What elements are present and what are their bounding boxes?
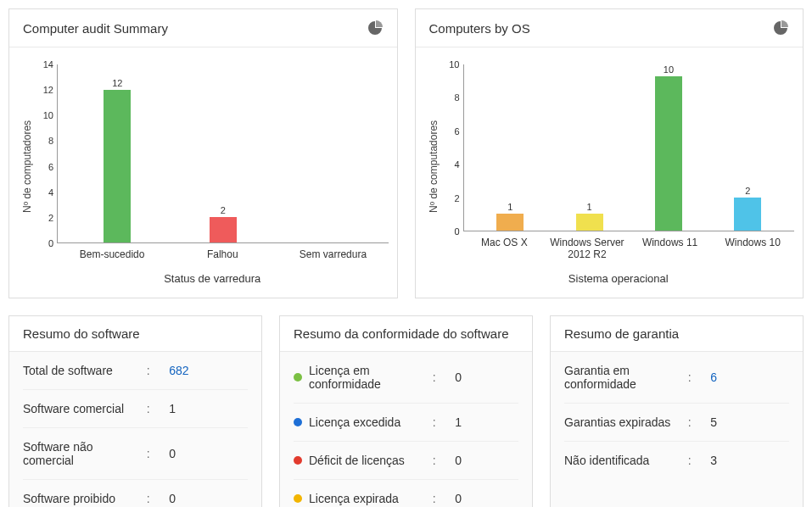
pie-chart-icon[interactable] <box>772 20 789 36</box>
summary-value[interactable]: 6 <box>710 370 778 384</box>
summary-label: Déficit de licenças <box>309 454 433 467</box>
status-dot-icon <box>294 418 302 426</box>
summary-row: Déficit de licenças:0 <box>294 442 518 480</box>
bar-group[interactable]: 10 <box>629 64 708 231</box>
compliance-summary-items: Licença em conformidade:0Licença excedid… <box>280 352 532 507</box>
bar-group[interactable]: 1 <box>471 64 550 231</box>
software-summary-items: Total de software:682Software comercial:… <box>9 352 261 507</box>
audit-chart-title: Computer audit Summary <box>23 21 168 36</box>
summary-value[interactable]: 0 <box>455 370 523 384</box>
bar-group[interactable]: 2 <box>708 64 787 231</box>
os-bars-region: 11102 <box>463 64 795 231</box>
summary-label: Licença expirada <box>309 492 433 505</box>
bar[interactable] <box>210 217 237 242</box>
summary-value[interactable]: 3 <box>710 454 778 467</box>
y-tick: 12 <box>43 85 53 95</box>
summary-value[interactable]: 1 <box>455 415 523 429</box>
summary-label: Garantias expiradas <box>564 415 688 429</box>
colon: : <box>147 402 170 415</box>
pie-chart-icon[interactable] <box>367 20 384 36</box>
audit-y-axis-label: Nº de computadores <box>18 47 36 285</box>
summary-label: Não identificada <box>564 454 688 467</box>
y-tick: 4 <box>48 187 53 198</box>
bar-group[interactable]: 2 <box>171 64 277 242</box>
bar-group[interactable] <box>276 64 382 242</box>
status-dot-icon <box>294 494 302 503</box>
y-tick: 10 <box>449 59 459 70</box>
audit-bars-region: 122 <box>57 64 389 243</box>
bar[interactable] <box>576 214 603 231</box>
summary-row: Software proibido:0 <box>23 480 248 507</box>
colon: : <box>147 447 170 460</box>
y-tick: 0 <box>48 238 53 248</box>
compliance-summary-card: Resumo da conformidade do software Licen… <box>279 315 533 507</box>
summary-label: Garantia em conformidade <box>564 364 688 391</box>
summary-label: Software proibido <box>23 492 147 505</box>
summary-value[interactable]: 0 <box>169 492 237 505</box>
y-tick: 2 <box>454 193 459 203</box>
category-label: Windows 11 <box>629 231 712 260</box>
os-y-ticks: 0246810 <box>443 64 463 231</box>
summary-label: Software comercial <box>23 402 147 415</box>
category-label: Windows 10 <box>711 231 794 260</box>
colon: : <box>433 492 456 505</box>
summary-label: Licença excedida <box>309 415 433 429</box>
colon: : <box>433 415 456 429</box>
y-tick: 6 <box>48 162 53 172</box>
summary-value[interactable]: 0 <box>455 454 523 467</box>
bar-value-label: 2 <box>745 186 750 196</box>
bar-value-label: 2 <box>221 205 226 215</box>
category-label: Windows Server 2012 R2 <box>546 231 629 260</box>
summary-row: Software comercial:1 <box>23 390 248 428</box>
category-label: Bem-sucedido <box>57 243 167 260</box>
colon: : <box>688 454 711 467</box>
summary-row: Garantia em conformidade:6 <box>564 352 789 404</box>
summary-value[interactable]: 682 <box>169 364 237 377</box>
bar[interactable] <box>104 90 131 242</box>
y-tick: 6 <box>454 126 459 136</box>
colon: : <box>688 370 711 384</box>
status-dot-icon <box>294 373 302 382</box>
y-tick: 0 <box>454 226 459 237</box>
y-tick: 8 <box>48 136 53 146</box>
summary-label: Total de software <box>23 364 147 377</box>
warranty-summary-title: Resumo de garantia <box>551 316 803 352</box>
warranty-summary-card: Resumo de garantia Garantia em conformid… <box>550 315 804 507</box>
bar[interactable] <box>734 198 761 231</box>
audit-y-ticks: 02468101214 <box>36 64 57 243</box>
bar[interactable] <box>655 76 682 231</box>
bar[interactable] <box>496 214 524 231</box>
y-tick: 4 <box>454 159 459 170</box>
status-dot-icon <box>294 456 302 465</box>
bar-group[interactable]: 12 <box>64 64 171 242</box>
audit-summary-card: Computer audit Summary Nº de computadore… <box>8 8 398 298</box>
summary-value[interactable]: 0 <box>455 492 523 505</box>
software-summary-title: Resumo do software <box>9 316 261 352</box>
summary-value[interactable]: 5 <box>710 415 778 429</box>
os-category-row: Mac OS XWindows Server 2012 R2Windows 11… <box>463 231 795 260</box>
warranty-summary-items: Garantia em conformidade:6Garantias expi… <box>551 352 803 479</box>
summary-label: Software não comercial <box>23 440 147 467</box>
y-tick: 14 <box>43 59 53 70</box>
summary-value[interactable]: 0 <box>169 447 237 460</box>
summary-row: Garantias expiradas:5 <box>564 404 789 442</box>
audit-category-row: Bem-sucedidoFalhouSem varredura <box>57 243 389 260</box>
summary-row: Software não comercial:0 <box>23 428 248 480</box>
software-summary-card: Resumo do software Total de software:682… <box>8 315 262 507</box>
summary-row: Não identificada:3 <box>564 442 789 479</box>
summary-label: Licença em conformidade <box>309 364 433 391</box>
summary-row: Licença excedida:1 <box>294 404 518 442</box>
os-summary-card: Computers by OS Nº de computadores 02468… <box>415 8 804 298</box>
category-label: Mac OS X <box>463 231 546 260</box>
y-tick: 8 <box>454 92 459 103</box>
colon: : <box>433 370 456 384</box>
category-label: Sem varredura <box>277 243 388 260</box>
os-y-axis-label: Nº de computadores <box>424 47 443 285</box>
summary-row: Licença em conformidade:0 <box>294 352 518 404</box>
summary-value[interactable]: 1 <box>169 402 237 415</box>
bar-group[interactable]: 1 <box>550 64 629 231</box>
category-label: Falhou <box>167 243 277 260</box>
y-tick: 10 <box>43 110 53 120</box>
compliance-summary-title: Resumo da conformidade do software <box>280 316 532 352</box>
bar-value-label: 1 <box>507 202 512 212</box>
